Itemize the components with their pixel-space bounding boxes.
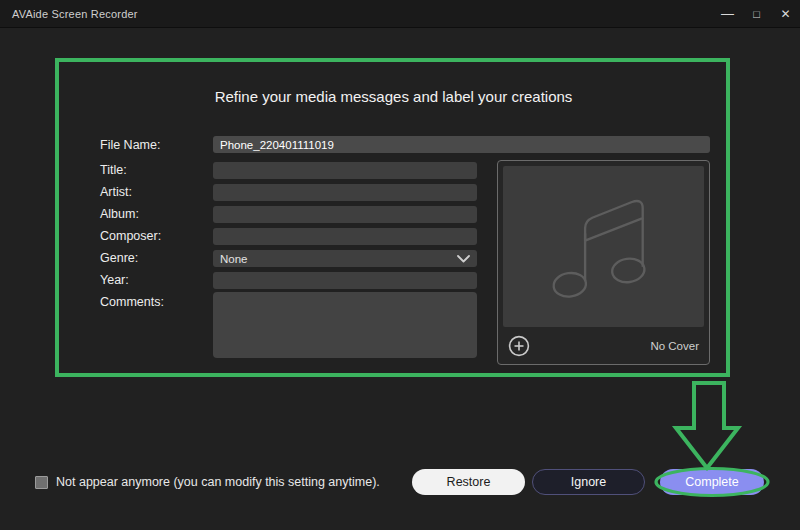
not-appear-checkbox[interactable] — [35, 476, 48, 489]
genre-label: Genre: — [100, 250, 138, 266]
ignore-button[interactable]: Ignore — [532, 469, 645, 495]
minimize-icon[interactable]: — — [713, 0, 742, 27]
annotation-arrow-icon — [668, 380, 744, 472]
add-cover-button[interactable] — [508, 335, 530, 357]
composer-label: Composer: — [100, 228, 161, 244]
complete-button[interactable]: Complete — [660, 469, 764, 495]
chevron-down-icon — [457, 255, 470, 263]
title-input[interactable] — [213, 162, 477, 179]
cover-bottom-bar: No Cover — [498, 327, 709, 364]
year-input[interactable] — [213, 272, 477, 289]
not-appear-checkbox-label: Not appear anymore (you can modify this … — [56, 475, 380, 489]
window-title: AVAide Screen Recorder — [0, 8, 138, 20]
comments-label: Comments: — [100, 294, 164, 310]
restore-button[interactable]: Restore — [412, 469, 525, 495]
plus-icon — [508, 335, 530, 357]
artist-label: Artist: — [100, 184, 132, 200]
no-cover-label: No Cover — [650, 340, 699, 352]
cover-panel: No Cover — [497, 160, 710, 365]
close-icon[interactable]: ✕ — [771, 0, 800, 27]
album-label: Album: — [100, 206, 139, 222]
year-label: Year: — [100, 272, 129, 288]
cover-art-placeholder — [503, 166, 704, 327]
comments-input[interactable] — [213, 292, 477, 358]
file-name-input[interactable] — [213, 136, 710, 153]
file-name-label: File Name: — [100, 137, 160, 153]
music-note-icon — [541, 188, 667, 306]
composer-input[interactable] — [213, 228, 477, 245]
maximize-icon[interactable]: □ — [742, 0, 771, 27]
album-input[interactable] — [213, 206, 477, 223]
title-bar: AVAide Screen Recorder — □ ✕ — [0, 0, 800, 28]
window-controls: — □ ✕ — [713, 0, 800, 27]
genre-dropdown[interactable]: None — [213, 250, 477, 267]
dialog-heading: Refine your media messages and label you… — [57, 88, 730, 105]
artist-input[interactable] — [213, 184, 477, 201]
title-label: Title: — [100, 162, 127, 178]
genre-selected-value: None — [220, 253, 457, 265]
